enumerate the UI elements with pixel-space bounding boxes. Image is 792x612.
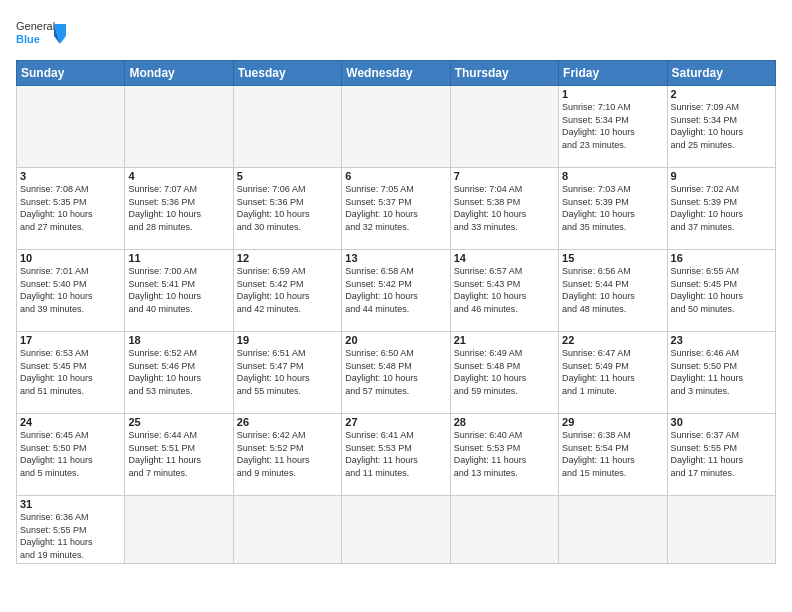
day-info: Sunrise: 6:41 AM Sunset: 5:53 PM Dayligh… (345, 429, 446, 479)
calendar-day-cell: 3Sunrise: 7:08 AM Sunset: 5:35 PM Daylig… (17, 168, 125, 250)
calendar-day-cell: 8Sunrise: 7:03 AM Sunset: 5:39 PM Daylig… (559, 168, 667, 250)
day-number: 11 (128, 252, 229, 264)
calendar-day-cell: 29Sunrise: 6:38 AM Sunset: 5:54 PM Dayli… (559, 414, 667, 496)
calendar-day-cell: 26Sunrise: 6:42 AM Sunset: 5:52 PM Dayli… (233, 414, 341, 496)
day-info: Sunrise: 7:03 AM Sunset: 5:39 PM Dayligh… (562, 183, 663, 233)
calendar-day-cell (17, 86, 125, 168)
day-number: 28 (454, 416, 555, 428)
calendar-day-cell: 14Sunrise: 6:57 AM Sunset: 5:43 PM Dayli… (450, 250, 558, 332)
calendar-day-cell: 9Sunrise: 7:02 AM Sunset: 5:39 PM Daylig… (667, 168, 775, 250)
day-number: 10 (20, 252, 121, 264)
day-number: 16 (671, 252, 772, 264)
calendar-day-cell: 16Sunrise: 6:55 AM Sunset: 5:45 PM Dayli… (667, 250, 775, 332)
calendar-day-cell: 20Sunrise: 6:50 AM Sunset: 5:48 PM Dayli… (342, 332, 450, 414)
day-info: Sunrise: 6:37 AM Sunset: 5:55 PM Dayligh… (671, 429, 772, 479)
calendar-day-cell: 25Sunrise: 6:44 AM Sunset: 5:51 PM Dayli… (125, 414, 233, 496)
day-number: 29 (562, 416, 663, 428)
day-info: Sunrise: 6:53 AM Sunset: 5:45 PM Dayligh… (20, 347, 121, 397)
day-info: Sunrise: 6:42 AM Sunset: 5:52 PM Dayligh… (237, 429, 338, 479)
calendar-day-cell (342, 86, 450, 168)
calendar-day-cell: 27Sunrise: 6:41 AM Sunset: 5:53 PM Dayli… (342, 414, 450, 496)
weekday-header: Wednesday (342, 61, 450, 86)
calendar-day-cell (559, 496, 667, 564)
day-number: 30 (671, 416, 772, 428)
page: General Blue SundayMondayTuesdayWednesda… (0, 0, 792, 572)
calendar-day-cell: 6Sunrise: 7:05 AM Sunset: 5:37 PM Daylig… (342, 168, 450, 250)
day-info: Sunrise: 6:40 AM Sunset: 5:53 PM Dayligh… (454, 429, 555, 479)
calendar-day-cell (342, 496, 450, 564)
calendar: SundayMondayTuesdayWednesdayThursdayFrid… (16, 60, 776, 564)
day-number: 13 (345, 252, 446, 264)
day-info: Sunrise: 7:08 AM Sunset: 5:35 PM Dayligh… (20, 183, 121, 233)
day-number: 14 (454, 252, 555, 264)
day-number: 24 (20, 416, 121, 428)
day-number: 15 (562, 252, 663, 264)
logo: General Blue (16, 16, 66, 56)
calendar-day-cell (233, 496, 341, 564)
calendar-week-row: 1Sunrise: 7:10 AM Sunset: 5:34 PM Daylig… (17, 86, 776, 168)
calendar-day-cell: 5Sunrise: 7:06 AM Sunset: 5:36 PM Daylig… (233, 168, 341, 250)
calendar-day-cell: 4Sunrise: 7:07 AM Sunset: 5:36 PM Daylig… (125, 168, 233, 250)
calendar-week-row: 3Sunrise: 7:08 AM Sunset: 5:35 PM Daylig… (17, 168, 776, 250)
day-info: Sunrise: 6:44 AM Sunset: 5:51 PM Dayligh… (128, 429, 229, 479)
calendar-day-cell: 7Sunrise: 7:04 AM Sunset: 5:38 PM Daylig… (450, 168, 558, 250)
day-info: Sunrise: 6:51 AM Sunset: 5:47 PM Dayligh… (237, 347, 338, 397)
day-info: Sunrise: 7:04 AM Sunset: 5:38 PM Dayligh… (454, 183, 555, 233)
calendar-day-cell: 23Sunrise: 6:46 AM Sunset: 5:50 PM Dayli… (667, 332, 775, 414)
day-number: 21 (454, 334, 555, 346)
day-number: 4 (128, 170, 229, 182)
day-number: 23 (671, 334, 772, 346)
day-number: 12 (237, 252, 338, 264)
day-number: 5 (237, 170, 338, 182)
weekday-header: Friday (559, 61, 667, 86)
day-number: 2 (671, 88, 772, 100)
calendar-week-row: 31Sunrise: 6:36 AM Sunset: 5:55 PM Dayli… (17, 496, 776, 564)
day-info: Sunrise: 7:01 AM Sunset: 5:40 PM Dayligh… (20, 265, 121, 315)
calendar-day-cell (125, 496, 233, 564)
calendar-week-row: 24Sunrise: 6:45 AM Sunset: 5:50 PM Dayli… (17, 414, 776, 496)
day-number: 19 (237, 334, 338, 346)
day-info: Sunrise: 6:46 AM Sunset: 5:50 PM Dayligh… (671, 347, 772, 397)
day-info: Sunrise: 6:49 AM Sunset: 5:48 PM Dayligh… (454, 347, 555, 397)
day-number: 17 (20, 334, 121, 346)
weekday-header: Saturday (667, 61, 775, 86)
calendar-day-cell: 1Sunrise: 7:10 AM Sunset: 5:34 PM Daylig… (559, 86, 667, 168)
day-info: Sunrise: 7:05 AM Sunset: 5:37 PM Dayligh… (345, 183, 446, 233)
day-number: 6 (345, 170, 446, 182)
calendar-day-cell: 17Sunrise: 6:53 AM Sunset: 5:45 PM Dayli… (17, 332, 125, 414)
weekday-header-row: SundayMondayTuesdayWednesdayThursdayFrid… (17, 61, 776, 86)
day-number: 1 (562, 88, 663, 100)
calendar-day-cell (233, 86, 341, 168)
day-number: 26 (237, 416, 338, 428)
header: General Blue (16, 16, 776, 56)
calendar-day-cell: 19Sunrise: 6:51 AM Sunset: 5:47 PM Dayli… (233, 332, 341, 414)
day-number: 22 (562, 334, 663, 346)
calendar-day-cell: 28Sunrise: 6:40 AM Sunset: 5:53 PM Dayli… (450, 414, 558, 496)
svg-text:General: General (16, 20, 55, 32)
day-number: 18 (128, 334, 229, 346)
calendar-day-cell: 15Sunrise: 6:56 AM Sunset: 5:44 PM Dayli… (559, 250, 667, 332)
day-number: 7 (454, 170, 555, 182)
day-info: Sunrise: 6:59 AM Sunset: 5:42 PM Dayligh… (237, 265, 338, 315)
day-info: Sunrise: 7:09 AM Sunset: 5:34 PM Dayligh… (671, 101, 772, 151)
weekday-header: Monday (125, 61, 233, 86)
calendar-day-cell: 24Sunrise: 6:45 AM Sunset: 5:50 PM Dayli… (17, 414, 125, 496)
day-number: 8 (562, 170, 663, 182)
day-number: 20 (345, 334, 446, 346)
calendar-day-cell: 12Sunrise: 6:59 AM Sunset: 5:42 PM Dayli… (233, 250, 341, 332)
calendar-day-cell: 13Sunrise: 6:58 AM Sunset: 5:42 PM Dayli… (342, 250, 450, 332)
day-number: 9 (671, 170, 772, 182)
day-info: Sunrise: 6:45 AM Sunset: 5:50 PM Dayligh… (20, 429, 121, 479)
calendar-day-cell: 11Sunrise: 7:00 AM Sunset: 5:41 PM Dayli… (125, 250, 233, 332)
day-info: Sunrise: 6:36 AM Sunset: 5:55 PM Dayligh… (20, 511, 121, 561)
weekday-header: Thursday (450, 61, 558, 86)
calendar-day-cell: 2Sunrise: 7:09 AM Sunset: 5:34 PM Daylig… (667, 86, 775, 168)
weekday-header: Tuesday (233, 61, 341, 86)
day-info: Sunrise: 6:57 AM Sunset: 5:43 PM Dayligh… (454, 265, 555, 315)
calendar-day-cell (450, 496, 558, 564)
day-info: Sunrise: 6:38 AM Sunset: 5:54 PM Dayligh… (562, 429, 663, 479)
day-info: Sunrise: 6:55 AM Sunset: 5:45 PM Dayligh… (671, 265, 772, 315)
day-info: Sunrise: 7:02 AM Sunset: 5:39 PM Dayligh… (671, 183, 772, 233)
calendar-day-cell: 18Sunrise: 6:52 AM Sunset: 5:46 PM Dayli… (125, 332, 233, 414)
day-info: Sunrise: 6:58 AM Sunset: 5:42 PM Dayligh… (345, 265, 446, 315)
